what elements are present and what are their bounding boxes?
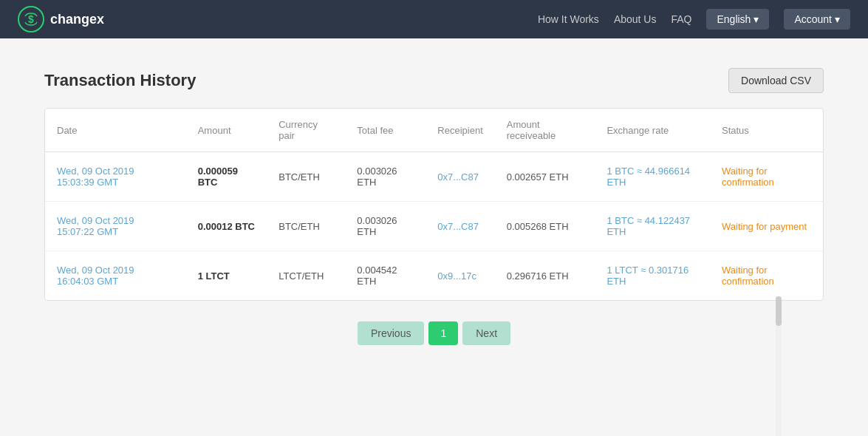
cell-recipient: 0x7...C87 <box>426 152 494 202</box>
download-csv-button[interactable]: Download CSV <box>728 68 824 93</box>
cell-date: Wed, 09 Oct 2019 15:03:39 GMT <box>45 152 186 202</box>
logo[interactable]: $ changex <box>18 6 104 33</box>
svg-text:$: $ <box>28 13 34 25</box>
col-date: Date <box>45 109 186 152</box>
navigation: $ changex How It Works About Us FAQ Engl… <box>0 0 868 38</box>
table-header: Date Amount Currency pair Total fee Rece… <box>45 109 823 152</box>
col-amount: Amount <box>186 109 267 152</box>
transaction-table-wrapper: Date Amount Currency pair Total fee Rece… <box>44 108 824 301</box>
cell-recipient: 0x9...17c <box>426 251 494 301</box>
scrollbar[interactable] <box>776 296 782 436</box>
cell-amount-receivable: 0.296716 ETH <box>495 251 595 301</box>
table-row[interactable]: Wed, 09 Oct 2019 16:04:03 GMT 1 LTCT LTC… <box>45 251 823 301</box>
cell-date: Wed, 09 Oct 2019 16:04:03 GMT <box>45 251 186 301</box>
cell-amount-receivable: 0.002657 ETH <box>495 152 595 202</box>
cell-total-fee: 0.003026 ETH <box>345 202 426 251</box>
col-total-fee: Total fee <box>345 109 426 152</box>
scrollbar-thumb[interactable] <box>776 296 782 326</box>
nav-faq[interactable]: FAQ <box>671 13 691 25</box>
cell-status: Waiting for payment <box>710 202 823 251</box>
cell-currency-pair: LTCT/ETH <box>267 251 345 301</box>
col-status: Status <box>710 109 823 152</box>
cell-amount: 0.00012 BTC <box>186 202 267 251</box>
chevron-down-icon: ▾ <box>753 13 759 25</box>
page-1-button[interactable]: 1 <box>428 321 458 345</box>
nav-links: How It Works About Us FAQ English ▾ Acco… <box>538 9 850 30</box>
cell-amount: 1 LTCT <box>186 251 267 301</box>
table-body: Wed, 09 Oct 2019 15:03:39 GMT 0.000059 B… <box>45 152 823 301</box>
nav-how-it-works[interactable]: How It Works <box>538 13 599 25</box>
language-button[interactable]: English ▾ <box>706 9 769 30</box>
table-container: Date Amount Currency pair Total fee Rece… <box>44 108 824 301</box>
cell-total-fee: 0.003026 ETH <box>345 152 426 202</box>
col-exchange-rate: Exchange rate <box>595 109 710 152</box>
header-row: Transaction History Download CSV <box>44 68 824 93</box>
page-title: Transaction History <box>44 71 196 90</box>
account-button[interactable]: Account ▾ <box>784 9 850 30</box>
previous-button[interactable]: Previous <box>358 321 424 345</box>
col-recipient: Receipient <box>426 109 494 152</box>
cell-exchange-rate: 1 LTCT ≈ 0.301716 ETH <box>595 251 710 301</box>
cell-amount-receivable: 0.005268 ETH <box>495 202 595 251</box>
table-row[interactable]: Wed, 09 Oct 2019 15:03:39 GMT 0.000059 B… <box>45 152 823 202</box>
table-row[interactable]: Wed, 09 Oct 2019 15:07:22 GMT 0.00012 BT… <box>45 202 823 251</box>
cell-recipient: 0x7...C87 <box>426 202 494 251</box>
col-amount-receivable: Amount receiveable <box>495 109 595 152</box>
cell-exchange-rate: 1 BTC ≈ 44.966614 ETH <box>595 152 710 202</box>
pagination: Previous 1 Next <box>44 321 824 345</box>
logo-icon: $ <box>18 6 44 33</box>
next-button[interactable]: Next <box>462 321 510 345</box>
nav-about-us[interactable]: About Us <box>614 13 657 25</box>
cell-total-fee: 0.004542 ETH <box>345 251 426 301</box>
col-currency-pair: Currency pair <box>267 109 345 152</box>
logo-text: changex <box>50 12 104 27</box>
cell-exchange-rate: 1 BTC ≈ 44.122437 ETH <box>595 202 710 251</box>
cell-currency-pair: BTC/ETH <box>267 202 345 251</box>
cell-status: Waiting for confirmation <box>710 152 823 202</box>
chevron-down-icon: ▾ <box>835 13 840 25</box>
cell-amount: 0.000059 BTC <box>186 152 267 202</box>
cell-date: Wed, 09 Oct 2019 15:07:22 GMT <box>45 202 186 251</box>
main-content: Transaction History Download CSV Date Am… <box>0 38 868 375</box>
cell-status: Waiting for confirmation <box>710 251 823 301</box>
transaction-table: Date Amount Currency pair Total fee Rece… <box>45 109 823 300</box>
cell-currency-pair: BTC/ETH <box>267 152 345 202</box>
